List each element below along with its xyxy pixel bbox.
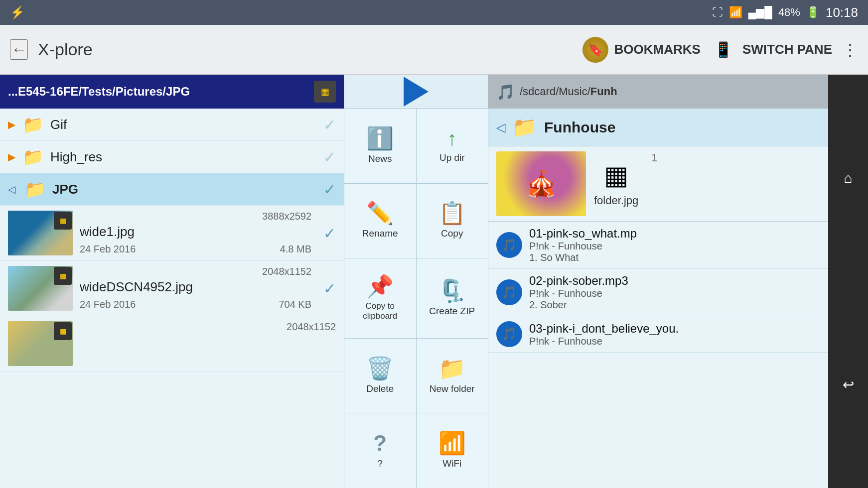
menu-item-label: Create ZIP — [429, 306, 475, 317]
folder-name: JPG — [52, 182, 78, 197]
file-size: 704 KB — [279, 299, 311, 310]
tree-connector-icon: ◁ — [8, 183, 15, 195]
left-path-bold: JPG — [166, 85, 190, 98]
list-item[interactable]: 🎵 02-pink-sober.mp3 P!nk - Funhouse 2. S… — [488, 269, 868, 316]
right-edge-bar: ⌂ ↩ — [828, 75, 868, 488]
file-thumbnail: ▦ — [8, 266, 73, 311]
list-item[interactable]: ▦ 3888x2592 wide1.jpg 24 Feb 2016 4.8 MB… — [0, 206, 344, 261]
menu-item-updir[interactable]: ↑ Up dir — [417, 109, 488, 183]
funhouse-folder-row[interactable]: ◁ 📁 Funhouse — [488, 109, 868, 146]
folder-jpg-name: folder.jpg — [594, 194, 638, 207]
zip-icon: 🗜️ — [438, 280, 466, 302]
arrow-right-icon — [404, 77, 429, 107]
file-thumbnail: ▦ — [8, 321, 73, 366]
menu-item-label: Copy to clipboard — [348, 301, 412, 321]
updir-icon: ↑ — [447, 128, 457, 148]
wifi-icon: 📶 — [438, 432, 466, 454]
menu-item-copy[interactable]: 📋 Copy — [417, 184, 488, 258]
menu-item-label: Copy — [441, 228, 463, 239]
top-bar: ← X-plore 🔖 BOOKMARKS 📱 SWITCH PANE ⋮ — [0, 25, 868, 75]
context-menu: ℹ️ News ↑ Up dir ✏️ Rename 📋 Copy 📌 Copy… — [344, 75, 488, 488]
menu-item-label: ? — [377, 458, 383, 469]
copy-icon: 📋 — [438, 202, 466, 224]
check-icon: ✓ — [323, 225, 336, 242]
list-item[interactable]: ▦ 2048x1152 — [0, 316, 344, 371]
menu-item-label: Rename — [362, 228, 398, 239]
main-area: ...E545-16FE/Tests/Pictures/JPG ▦ ▶ 📁 Gi… — [0, 75, 868, 488]
music-filename: 02-pink-sober.mp3 — [529, 274, 860, 288]
music-artist: P!nk - Funhouse — [529, 336, 860, 347]
file-thumbnail: ▦ — [8, 211, 73, 255]
bookmarks-icon: 🔖 — [582, 37, 608, 63]
bookmarks-button[interactable]: 🔖 BOOKMARKS — [582, 37, 701, 63]
bluetooth-icon: ⛶ — [712, 6, 723, 19]
menu-item-delete[interactable]: 🗑️ Delete — [344, 339, 416, 413]
list-item[interactable]: ▶ 📁 High_res ✓ — [0, 141, 344, 173]
menu-item-help[interactable]: ? ? — [344, 413, 416, 488]
status-bar: ⚡ ⛶ 📶 ▄▆█ 48% 🔋 10:18 — [0, 0, 868, 25]
battery-percent: 48% — [778, 6, 800, 19]
folder-jpg-item[interactable]: ▦ folder.jpg — [594, 151, 638, 216]
file-name: wide1.jpg — [80, 224, 311, 240]
menu-item-label: Delete — [366, 383, 394, 394]
bookmarks-label: BOOKMARKS — [614, 42, 701, 57]
list-item[interactable]: ◁ 📁 JPG ✓ — [0, 173, 344, 206]
switch-pane-label: SWITCH PANE — [742, 42, 832, 57]
menu-item-wifi[interactable]: 📶 WiFi — [417, 413, 488, 488]
usb-icon: ⚡ — [10, 5, 25, 19]
folder-name: Gif — [50, 117, 67, 132]
left-pane-path: ...E545-16FE/Tests/Pictures/JPG — [8, 85, 309, 99]
back-button[interactable]: ← — [10, 39, 28, 60]
menu-item-rename[interactable]: ✏️ Rename — [344, 184, 416, 258]
status-left: ⚡ — [10, 5, 25, 19]
list-item[interactable]: ▶ 📁 Gif ✓ — [0, 109, 344, 141]
menu-item-newfolder[interactable]: 📁 New folder — [417, 339, 488, 413]
menu-grid: ℹ️ News ↑ Up dir ✏️ Rename 📋 Copy 📌 Copy… — [344, 109, 488, 488]
music-artist: P!nk - Funhouse — [529, 288, 860, 299]
clipboard-icon: 📌 — [366, 275, 394, 297]
file-info: 3888x2592 wide1.jpg 24 Feb 2016 4.8 MB — [80, 211, 311, 255]
folder-expand-icon: ▶ — [8, 151, 15, 163]
right-path-normal: /sdcard/Music/ — [520, 85, 590, 98]
back-button-edge[interactable]: ↩ — [833, 370, 863, 400]
file-overlay-icon: ▦ — [54, 212, 72, 230]
left-pane-icon: ▦ — [314, 81, 336, 103]
folder-jpg-icon: ▦ — [604, 160, 628, 190]
menu-item-zip[interactable]: 🗜️ Create ZIP — [417, 258, 488, 338]
menu-item-news[interactable]: ℹ️ News — [344, 109, 416, 183]
switch-pane-button[interactable]: 📱 SWITCH PANE — [711, 37, 832, 63]
check-icon: ✓ — [323, 181, 336, 198]
music-cd-icon: 🎵 — [496, 321, 522, 347]
music-item-info: 03-pink-i_dont_believe_you. P!nk - Funho… — [529, 322, 860, 347]
more-button[interactable]: ⋮ — [842, 40, 858, 59]
music-artist: P!nk - Funhouse — [529, 241, 860, 252]
folder-icon: 📁 — [22, 115, 43, 134]
list-item[interactable]: 🎵 01-pink-so_what.mp P!nk - Funhouse 1. … — [488, 222, 868, 269]
delete-icon: 🗑️ — [366, 358, 394, 379]
list-item[interactable]: 🎵 03-pink-i_dont_believe_you. P!nk - Fun… — [488, 316, 868, 353]
menu-item-label: WiFi — [442, 458, 461, 469]
wifi-icon: 📶 — [729, 6, 742, 19]
file-date: 24 Feb 2016 — [80, 244, 136, 255]
list-item[interactable]: ▦ 2048x1152 wideDSCN4952.jpg 24 Feb 2016… — [0, 261, 344, 316]
home-button[interactable]: ⌂ — [833, 163, 863, 193]
status-right: ⛶ 📶 ▄▆█ 48% 🔋 10:18 — [712, 5, 858, 20]
file-info: 2048x1152 — [80, 321, 336, 339]
check-icon: ✓ — [323, 116, 336, 133]
file-size: 4.8 MB — [280, 244, 311, 255]
image-grid-row: ▦ folder.jpg 1 — [488, 146, 868, 222]
signal-icon: ▄▆█ — [748, 6, 772, 19]
file-dimensions: 2048x1152 — [80, 321, 336, 333]
page-number: 1 — [651, 151, 657, 216]
music-filename: 03-pink-i_dont_believe_you. — [529, 322, 860, 336]
battery-icon: 🔋 — [806, 6, 820, 19]
file-overlay-icon: ▦ — [54, 322, 72, 340]
menu-item-clipboard[interactable]: 📌 Copy to clipboard — [344, 258, 416, 338]
music-cd-icon: 🎵 — [496, 232, 522, 258]
music-track: 2. Sober — [529, 299, 860, 311]
app-title: X-plore — [38, 40, 573, 59]
menu-item-label: Up dir — [439, 152, 465, 163]
left-pane: ...E545-16FE/Tests/Pictures/JPG ▦ ▶ 📁 Gi… — [0, 75, 344, 488]
music-filename: 01-pink-so_what.mp — [529, 227, 860, 241]
file-meta: 24 Feb 2016 4.8 MB — [80, 244, 311, 255]
